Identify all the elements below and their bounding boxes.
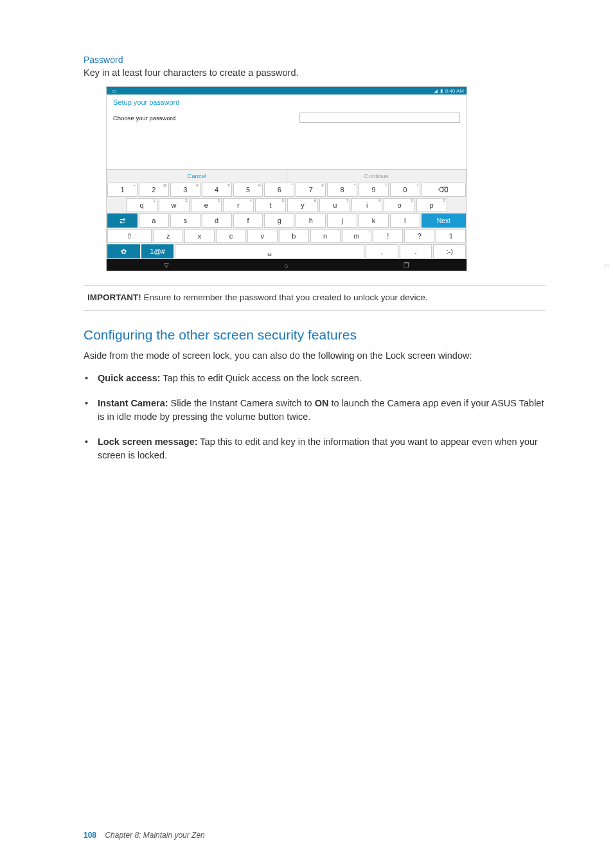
emoji-key[interactable]: :-)… bbox=[433, 244, 466, 258]
settings-key[interactable]: ✿ bbox=[107, 244, 140, 258]
key-x[interactable]: x bbox=[184, 229, 215, 243]
key-o[interactable]: o9 bbox=[384, 198, 414, 212]
nav-recent-icon[interactable]: ❐ bbox=[404, 262, 409, 269]
key-8[interactable]: 8* bbox=[327, 183, 357, 197]
callout-text: Ensure to remember the password that you… bbox=[141, 293, 428, 302]
feature-list: Quick access: Tap this to edit Quick acc… bbox=[84, 372, 546, 462]
list-item: Lock screen message: Tap this to edit an… bbox=[84, 435, 546, 462]
battery-icon: ▮ bbox=[440, 88, 443, 94]
key-?[interactable]: ? bbox=[404, 229, 434, 243]
section-title: Password bbox=[84, 55, 546, 65]
key-i[interactable]: i8 bbox=[351, 198, 382, 212]
section-body: Key in at least four characters to creat… bbox=[84, 66, 546, 80]
key-l[interactable]: l bbox=[390, 213, 420, 228]
keyboard-indicator-icon: ▭ bbox=[112, 88, 117, 94]
key-v[interactable]: v- bbox=[247, 229, 278, 243]
password-screenshot: ▭ ◢ ▮ 8:40 AM Setup your password Choose… bbox=[106, 86, 467, 271]
quick-access-text: Tap this to edit Quick access on the loc… bbox=[161, 373, 362, 383]
key-e[interactable]: e3 bbox=[191, 198, 222, 212]
password-input[interactable] bbox=[299, 113, 460, 123]
key-d[interactable]: d bbox=[202, 213, 232, 228]
key-h[interactable]: h bbox=[296, 213, 326, 228]
next-key[interactable]: Next bbox=[422, 213, 466, 228]
continue-button[interactable]: Continue bbox=[287, 169, 467, 182]
key-a[interactable]: a bbox=[139, 213, 169, 228]
key-r[interactable]: r4 bbox=[223, 198, 254, 212]
choose-password-label: Choose your password bbox=[113, 114, 299, 122]
key-b[interactable]: b_ bbox=[279, 229, 309, 243]
list-item: Instant Camera: Slide the Instant Camera… bbox=[84, 397, 546, 424]
key-s[interactable]: s bbox=[170, 213, 200, 228]
nav-home-icon[interactable]: ⌂ bbox=[284, 262, 288, 269]
status-bar: ▭ ◢ ▮ 8:40 AM bbox=[107, 87, 466, 95]
key-n[interactable]: n' bbox=[310, 229, 341, 243]
key-5[interactable]: 5% bbox=[233, 183, 263, 197]
shift-right-key[interactable]: ⇧ bbox=[436, 229, 466, 243]
important-callout: IMPORTANT! Ensure to remember the passwo… bbox=[84, 285, 546, 311]
key-q[interactable]: q1 bbox=[126, 198, 157, 212]
key-w[interactable]: w2 bbox=[159, 198, 190, 212]
screen-title: Setup your password bbox=[107, 95, 466, 110]
key-1[interactable]: 1~ bbox=[107, 183, 138, 197]
key-k[interactable]: k bbox=[359, 213, 389, 228]
section-heading: Configuring the other screen security fe… bbox=[84, 327, 546, 343]
callout-label: IMPORTANT! bbox=[87, 293, 141, 302]
key-m[interactable]: m/ bbox=[342, 229, 372, 243]
backspace-key[interactable]: ⌫ bbox=[422, 183, 466, 197]
nav-back-icon[interactable]: ▽ bbox=[164, 262, 169, 269]
key-2[interactable]: 2@ bbox=[139, 183, 169, 197]
key-9[interactable]: 9( bbox=[359, 183, 389, 197]
page-footer: 108 Chapter 8: Maintain your Zen bbox=[84, 831, 205, 840]
key-t[interactable]: t5 bbox=[255, 198, 286, 212]
key-3[interactable]: 3# bbox=[170, 183, 200, 197]
symbols-key[interactable]: 1@# bbox=[141, 244, 174, 258]
instant-camera-text-pre: Slide the Instant Camera switch to bbox=[168, 398, 315, 408]
key-p[interactable]: p0 bbox=[416, 198, 447, 212]
key-f[interactable]: f bbox=[233, 213, 263, 228]
comma-key[interactable]: , bbox=[366, 244, 398, 258]
key-![interactable]: ! bbox=[373, 229, 403, 243]
key-u[interactable]: u7 bbox=[319, 198, 350, 212]
shift-left-key[interactable]: ⇧ bbox=[107, 229, 152, 243]
cancel-button[interactable]: Cancel bbox=[107, 169, 287, 182]
key-y[interactable]: y6 bbox=[287, 198, 318, 212]
android-navbar: ▽ ⌂ ❐ ▭ bbox=[107, 259, 466, 271]
lock-screen-message-label: Lock screen message: bbox=[98, 437, 198, 447]
intro-text: Aside from the mode of screen lock, you … bbox=[84, 349, 546, 363]
key-0[interactable]: 0) bbox=[390, 183, 420, 197]
key-c[interactable]: c bbox=[216, 229, 246, 243]
instant-camera-label: Instant Camera: bbox=[98, 398, 168, 408]
page-number: 108 bbox=[84, 831, 96, 840]
key-j[interactable]: j bbox=[327, 213, 357, 228]
quick-access-label: Quick access: bbox=[98, 373, 161, 383]
key-6[interactable]: 6^ bbox=[264, 183, 294, 197]
space-key[interactable]: ␣ bbox=[175, 244, 364, 258]
on-screen-keyboard: 1~2@3#4$5%6^7&8*9(0)⌫ q1w2e3r4t5y6u7i8o9… bbox=[107, 182, 466, 271]
list-item: Quick access: Tap this to edit Quick acc… bbox=[84, 372, 546, 385]
key-g[interactable]: g bbox=[264, 213, 294, 228]
chapter-label: Chapter 8: Maintain your Zen bbox=[105, 831, 204, 840]
key-z[interactable]: z bbox=[153, 229, 183, 243]
key-4[interactable]: 4$ bbox=[202, 183, 232, 197]
on-label: ON bbox=[315, 398, 329, 408]
language-key[interactable]: ⇄ bbox=[107, 213, 138, 228]
statusbar-time: 8:40 AM bbox=[445, 88, 464, 94]
period-key[interactable]: .… bbox=[400, 244, 432, 258]
key-7[interactable]: 7& bbox=[296, 183, 326, 197]
wifi-icon: ◢ bbox=[434, 88, 438, 94]
